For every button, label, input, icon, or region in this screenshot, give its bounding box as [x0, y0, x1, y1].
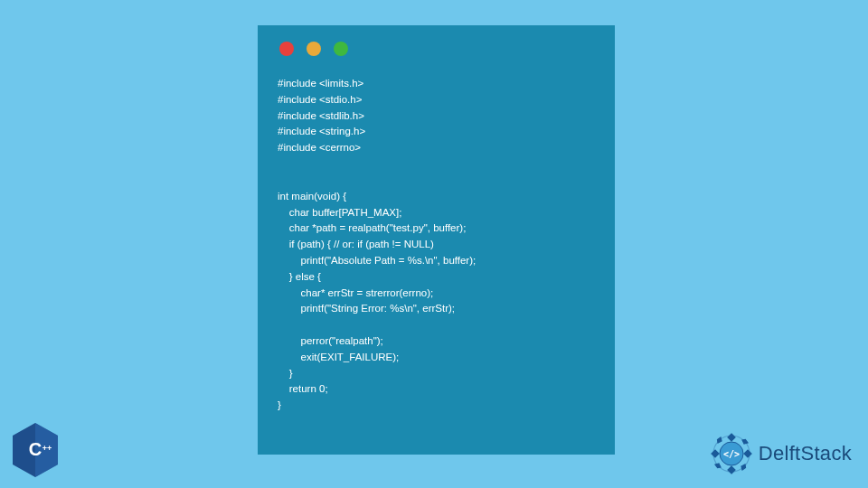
traffic-lights — [279, 42, 595, 56]
svg-text:++: ++ — [42, 444, 52, 453]
svg-text:</>: </> — [723, 449, 740, 459]
window-close-icon — [279, 42, 294, 56]
delftstack-name: DelftStack — [759, 442, 852, 465]
code-window: #include <limits.h> #include <stdio.h> #… — [258, 25, 615, 455]
window-maximize-icon — [334, 42, 348, 56]
cpp-badge-icon: C ++ — [9, 421, 61, 479]
code-content: #include <limits.h> #include <stdio.h> #… — [278, 76, 595, 414]
svg-text:C: C — [29, 439, 42, 459]
delftstack-logo: </> DelftStack — [710, 432, 852, 475]
delftstack-emblem-icon: </> — [710, 432, 753, 475]
window-minimize-icon — [307, 42, 321, 56]
